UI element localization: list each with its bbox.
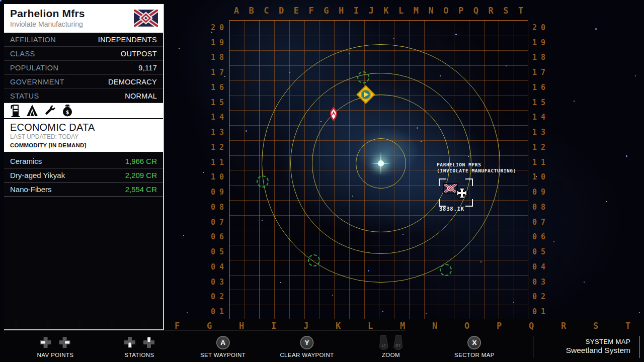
grid-row-label: 05	[190, 244, 228, 259]
grid-row-label: 19	[190, 35, 228, 50]
right-trigger-icon[interactable]: RT	[392, 335, 404, 350]
grid-row-label: 03	[190, 275, 228, 290]
grid-row-label: 20	[531, 20, 569, 35]
sector-map-label: SECTOR MAP	[454, 352, 495, 358]
grid-row-label: 12	[531, 140, 569, 155]
clear-waypoint-label: CLEAR WAYPOINT	[280, 352, 334, 358]
grid-column-label: H	[334, 4, 349, 18]
panel-empty-area	[4, 197, 163, 329]
dpad-left-icon[interactable]	[39, 336, 52, 349]
info-value: INDEPENDENTS	[98, 36, 157, 44]
grid-row-label: 17	[531, 65, 569, 80]
grid-row-label: 13	[190, 125, 228, 140]
station-marker-name: PARHELION MFRS	[437, 162, 527, 168]
map-mode-title: SYSTEM MAP	[566, 338, 630, 345]
left-trigger-icon[interactable]: LT	[378, 335, 389, 350]
grid-row-label: 03	[531, 275, 569, 290]
clear-waypoint-button[interactable]: Y CLEAR WAYPOINT	[280, 334, 334, 358]
dpad-right-icon[interactable]	[58, 336, 71, 349]
grid-row-label: 14	[190, 110, 228, 125]
info-row: AFFILIATION INDEPENDENTS	[4, 33, 163, 47]
grid-column-label: A	[229, 4, 244, 18]
info-label: POPULATION	[10, 64, 58, 72]
selected-station-marker[interactable]: PARHELION MFRS (INVIOLATE MANUFACTURING)…	[437, 162, 527, 174]
svg-text:LT: LT	[382, 344, 386, 347]
grid-row-label: 12	[190, 140, 228, 155]
commodity-name: Dry-aged Yikyak	[10, 171, 65, 179]
grid-row-label: 16	[531, 80, 569, 95]
dpad-down-icon[interactable]	[123, 336, 136, 349]
station-marker-owner: (INVIOLATE MANUFACTURING)	[437, 168, 527, 174]
sector-map-button[interactable]: X SECTOR MAP	[454, 334, 495, 358]
grid-column-label: D	[274, 4, 289, 18]
nav-points-label: NAV POINTS	[37, 352, 74, 358]
grid-row-label: 15	[190, 95, 228, 110]
zoom-control[interactable]: LT RT ZOOM	[378, 334, 404, 358]
bottom-bar-divider	[533, 336, 533, 358]
commodity-name: Nano-Fibers	[10, 185, 52, 194]
grid-column-label: I	[349, 4, 364, 18]
gamepad-a-button-icon[interactable]: A	[216, 336, 230, 349]
set-waypoint-button[interactable]: A SET WAYPOINT	[200, 334, 246, 358]
commodity-row: Nano-Fibers 2,554 CR	[4, 183, 163, 197]
grid-row-label: 11	[190, 155, 228, 170]
commodity-row: Dry-aged Yikyak 2,209 CR	[4, 168, 163, 183]
commodity-price: 2,209 CR	[125, 171, 157, 179]
info-row: POPULATION 9,117	[4, 61, 163, 75]
dpad-up-icon[interactable]	[142, 336, 155, 349]
grid-row-label: 01	[531, 304, 569, 319]
repair-wrench-icon	[43, 104, 56, 117]
grid-column-label: M	[409, 4, 424, 18]
commodity-trade-icon: $	[61, 104, 74, 117]
system-name: Sweetland System	[566, 346, 630, 355]
grid-column-label: N	[424, 4, 439, 18]
set-waypoint-label: SET WAYPOINT	[200, 352, 246, 358]
nav-point-marker[interactable]	[440, 264, 452, 276]
grid-row-label: 02	[190, 290, 228, 305]
grid-row-label: 16	[190, 80, 228, 95]
grid-row-label: 04	[190, 259, 228, 275]
player-ship-marker[interactable]	[328, 107, 339, 122]
stations-label: STATIONS	[125, 352, 154, 358]
grid-column-letters-top: ABCDEFGHIJKLMNOPQRST	[229, 4, 528, 18]
grid-column-label: P	[453, 4, 468, 18]
grid-column-label: L	[393, 4, 409, 18]
nav-point-marker[interactable]	[308, 254, 320, 266]
info-label: GOVERNMENT	[10, 78, 64, 86]
nav-points-control[interactable]: NAV POINTS	[37, 334, 74, 358]
grid-row-label: 09	[190, 185, 228, 200]
grid-row-label: 06	[531, 230, 569, 245]
grid-row-label: 01	[190, 304, 228, 319]
station-info-panel: Parhelion Mfrs Inviolate Manufacturing A…	[4, 4, 164, 330]
cursor-cross-icon	[456, 187, 468, 199]
nav-point-marker[interactable]	[257, 175, 269, 188]
info-value: NORMAL	[125, 92, 157, 100]
commodity-list: Ceramics 1,966 CR Dry-aged Yikyak 2,209 …	[4, 152, 163, 197]
grid-row-numbers-right: 2019181716151413121110090807060504030201	[531, 20, 569, 319]
grid-column-label: J	[364, 4, 379, 18]
grid-column-label: F	[304, 4, 319, 18]
commodity-row: Ceramics 1,966 CR	[4, 154, 163, 168]
grid-row-label: 13	[531, 125, 569, 140]
info-value: 9,117	[138, 64, 157, 72]
station-marker-distance: 3838.1K	[439, 206, 464, 212]
station-services-strip: $	[4, 103, 163, 118]
jump-gate-marker[interactable]	[355, 83, 377, 106]
faction-flag-icon	[134, 10, 158, 27]
grid-row-label: 02	[531, 290, 569, 305]
grid-column-label: E	[289, 4, 304, 18]
stations-control[interactable]: STATIONS	[123, 334, 155, 358]
nav-point-marker[interactable]	[357, 71, 369, 83]
bottom-bar-divider	[639, 336, 640, 358]
grid-row-label: 08	[531, 200, 569, 215]
grid-row-label: 04	[531, 259, 569, 275]
gamepad-y-button-icon[interactable]: Y	[300, 336, 313, 349]
info-row: CLASS OUTPOST	[4, 47, 163, 61]
grid-row-label: 17	[190, 65, 228, 80]
gamepad-x-button-icon[interactable]: X	[467, 336, 481, 349]
commodity-price: 2,554 CR	[125, 185, 157, 194]
grid-row-label: 20	[190, 20, 228, 35]
info-value: DEMOCRACY	[108, 78, 157, 86]
grid-row-label: 08	[190, 200, 228, 215]
economic-heading: ECONOMIC DATA	[10, 122, 157, 133]
